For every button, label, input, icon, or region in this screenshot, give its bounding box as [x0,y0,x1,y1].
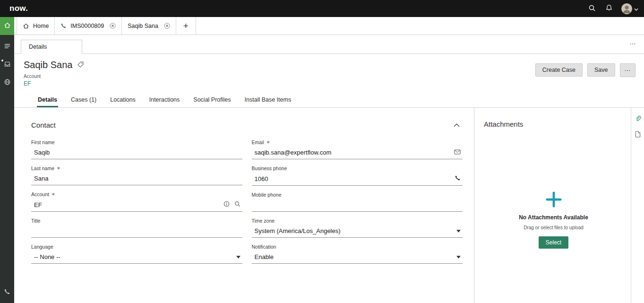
account-label: Account [24,74,84,79]
tab-locations[interactable]: Locations [109,96,137,107]
add-tab-button[interactable]: + [176,17,196,35]
mobile-phone-input[interactable] [255,201,461,208]
attachments-dropzone[interactable]: No Attachments Available Drag or select … [484,190,623,249]
field-title: Title [31,218,242,238]
account-info-button[interactable] [223,201,230,208]
home-icon [4,22,11,30]
record-identity: Saqib Sana Account EF [24,60,84,87]
close-icon[interactable] [164,23,170,29]
last-name-input[interactable] [34,175,240,182]
tab-social-profiles[interactable]: Social Profiles [192,96,232,107]
tag-button[interactable] [77,61,84,69]
field-label: Language [31,244,53,250]
field-time-zone: Time zone System (America/Los_Angeles) [252,218,463,238]
notes-toggle-button[interactable] [635,131,641,139]
list-icon [4,43,11,51]
chevron-up-icon [454,121,460,129]
sidebar-item-inbox[interactable] [4,61,11,69]
account-link[interactable]: EF [24,80,31,87]
notifications-button[interactable] [604,3,614,14]
business-phone-input[interactable] [255,175,450,182]
tab-ims0000809[interactable]: IMS0000809 [55,17,122,35]
field-label: Account [31,191,49,197]
subtab-more-button[interactable]: ⋯ [629,40,636,47]
home-icon [23,23,29,29]
field-label: Notification [252,244,276,250]
user-menu-button[interactable] [621,3,638,14]
time-zone-select[interactable]: System (America/Los_Angeles) [252,226,463,238]
form-column-right: Email ✳ Business phone [252,139,463,270]
phone-icon [60,23,67,29]
tab-home[interactable]: Home [17,17,55,35]
workspace-tab-strip: Home IMS0000809 Saqib Sana + [14,17,644,35]
search-button[interactable] [587,3,597,14]
title-input[interactable] [34,227,240,234]
sidebar-item-lists[interactable] [4,43,11,51]
create-case-button[interactable]: Create Case [535,63,583,77]
sidebar-item-phone[interactable] [4,288,10,296]
section-title-contact: Contact [31,121,56,129]
email-input[interactable] [255,149,450,156]
field-first-name: First name [31,139,242,159]
collapse-section-button[interactable] [454,121,460,129]
empty-state-hint: Drag or select files to upload [524,225,584,230]
save-button[interactable]: Save [587,63,615,77]
tab-label: Saqib Sana [128,23,158,29]
field-mobile-phone: Mobile phone [252,192,463,212]
chevron-down-icon [456,230,461,233]
chevron-down-icon [634,5,638,12]
field-account: Account ✳ [31,191,242,212]
call-button[interactable] [455,175,461,182]
field-business-phone: Business phone [252,165,463,186]
empty-state-title: No Attachments Available [519,214,588,221]
phone-icon [4,288,10,296]
field-last-name: Last name ✳ [31,165,242,185]
field-label: Email [252,139,264,145]
required-marker: ✳ [57,166,60,171]
subtab-details[interactable]: Details [21,40,82,54]
sidebar-item-explore[interactable] [4,78,11,87]
tab-label: IMS0000809 [70,23,104,29]
left-nav-rail [0,17,14,303]
attachments-panel: Attachments No Attachments Available Dra… [474,108,631,303]
top-header: now. [0,0,644,17]
send-email-button[interactable] [454,149,461,156]
tab-saqib-sana[interactable]: Saqib Sana [122,17,176,35]
topbar-actions [587,3,638,14]
attachments-toggle-button[interactable] [635,115,641,123]
tab-interactions[interactable]: Interactions [148,96,181,107]
notification-select[interactable]: Enable [252,252,463,264]
field-email: Email ✳ [252,139,463,159]
info-icon [223,201,230,208]
tab-cases[interactable]: Cases (1) [70,96,97,107]
plus-icon [545,190,563,208]
sidebar-item-home[interactable] [0,17,14,35]
required-marker: ✳ [52,192,55,197]
tag-icon [77,61,84,69]
tab-label: Home [33,23,49,29]
first-name-input[interactable] [34,149,240,156]
record-tabs: Details Cases (1) Locations Interactions… [14,93,644,108]
record-actions: Create Case Save ⋯ [535,60,635,87]
user-avatar [621,3,632,14]
tab-details[interactable]: Details [37,96,58,107]
select-files-button[interactable]: Select [539,236,568,249]
bell-icon [605,4,613,13]
more-actions-button[interactable]: ⋯ [620,63,636,77]
page-title: Saqib Sana [24,60,72,70]
required-marker: ✳ [266,140,270,145]
form-column-left: First name Last name ✳ [31,139,242,270]
close-icon[interactable] [110,23,116,29]
tab-install-base-items[interactable]: Install Base Items [244,96,292,107]
field-label: Last name [31,165,54,171]
account-input[interactable] [34,201,219,208]
globe-icon [4,78,11,87]
side-panel-icon-strip [631,108,644,303]
language-select[interactable]: -- None -- [31,252,242,264]
contact-form-panel: Contact First name [14,108,474,303]
account-lookup-button[interactable] [234,201,240,208]
section-title-attachments: Attachments [484,120,623,128]
field-label: Mobile phone [252,192,282,198]
search-icon [588,4,596,13]
field-label: Business phone [252,165,287,171]
